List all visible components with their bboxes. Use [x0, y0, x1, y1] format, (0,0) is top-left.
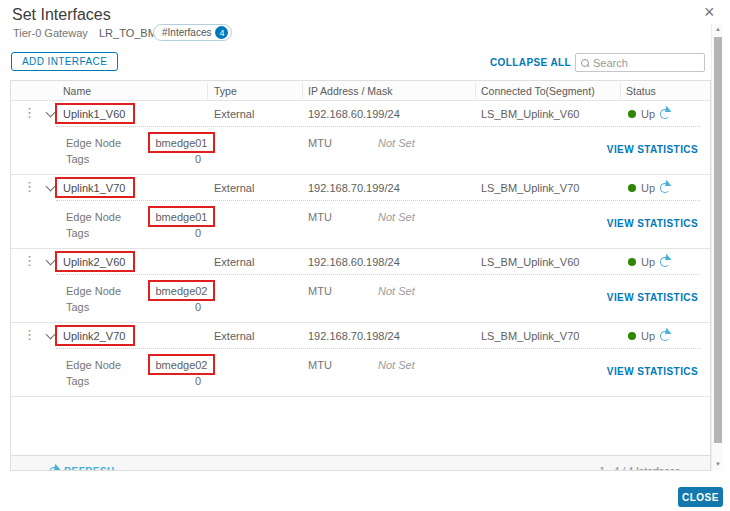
interface-group: ⋮ Uplink1_V70 External 192.168.70.199/24… [11, 175, 710, 249]
interfaces-count-badge: 4 [215, 26, 228, 39]
status-up-dot [628, 332, 636, 340]
annotation-box-edge-node: bmedge01 [148, 206, 215, 227]
table-footer: REFRESH 1 - 4 / 4 Interfaces [11, 455, 710, 470]
tags-label: Tags [66, 301, 89, 313]
refresh-label: REFRESH [64, 466, 115, 470]
interface-group: ⋮ Uplink2_V60 External 192.168.60.198/24… [11, 249, 710, 323]
interface-ip: 192.168.60.199/24 [308, 108, 400, 120]
interface-name: Uplink2_V60 [63, 256, 125, 268]
mtu-label: MTU [308, 359, 332, 371]
interface-row[interactable]: ⋮ Uplink2_V70 External 192.168.70.198/24… [11, 323, 710, 349]
view-statistics-link[interactable]: VIEW STATISTICS [607, 218, 698, 229]
scrollbar-up-arrow[interactable]: ▲ [712, 24, 724, 35]
scrollbar-thumb[interactable] [714, 37, 722, 443]
mtu-value: Not Set [378, 137, 415, 149]
interface-type: External [214, 108, 254, 120]
status-refresh-icon[interactable] [660, 257, 670, 267]
tags-value: 0 [148, 301, 201, 313]
scrollbar-down-arrow[interactable]: ▼ [712, 459, 724, 470]
close-button[interactable]: CLOSE [678, 487, 723, 507]
interface-type: External [214, 330, 254, 342]
status-label: Up [641, 256, 655, 268]
status-label: Up [641, 182, 655, 194]
interface-detail-row: Edge Node bmedge01 Tags 0 MTU Not Set VI… [11, 201, 710, 248]
vertical-scrollbar[interactable]: ▲ ▼ [711, 24, 723, 470]
edge-node-label: Edge Node [66, 285, 121, 297]
interface-row[interactable]: ⋮ Uplink1_V70 External 192.168.70.199/24… [11, 175, 710, 201]
status-label: Up [641, 330, 655, 342]
annotation-box-name: Uplink1_V70 [55, 177, 135, 198]
annotation-box-edge-node: bmedge02 [148, 354, 215, 375]
edge-node-value: bmedge02 [156, 285, 208, 297]
edge-node-label: Edge Node [66, 211, 121, 223]
search-input[interactable] [593, 57, 699, 69]
collapse-all-link[interactable]: COLLAPSE ALL [490, 57, 571, 68]
status-label: Up [641, 108, 655, 120]
interface-segment: LS_BM_Uplink_V70 [481, 330, 579, 342]
mtu-value: Not Set [378, 285, 415, 297]
tags-label: Tags [66, 227, 89, 239]
header-divider [475, 83, 476, 99]
kebab-menu-icon[interactable]: ⋮ [23, 327, 36, 342]
kebab-menu-icon[interactable]: ⋮ [23, 105, 36, 120]
interface-segment: LS_BM_Uplink_V70 [481, 182, 579, 194]
annotation-box-edge-node: bmedge01 [148, 132, 215, 153]
interfaces-count-pill: #Interfaces 4 [153, 24, 232, 41]
column-header-name: Name [63, 85, 91, 97]
interfaces-pill-label: #Interfaces [162, 27, 211, 38]
search-icon [581, 59, 589, 67]
view-statistics-link[interactable]: VIEW STATISTICS [607, 292, 698, 303]
interface-detail-row: Edge Node bmedge02 Tags 0 MTU Not Set VI… [11, 275, 710, 322]
search-box[interactable] [575, 53, 705, 72]
interface-group: ⋮ Uplink1_V60 External 192.168.60.199/24… [11, 101, 710, 175]
refresh-icon [49, 467, 59, 471]
add-interface-button[interactable]: ADD INTERFACE [11, 52, 118, 71]
interface-detail-row: Edge Node bmedge01 Tags 0 MTU Not Set VI… [11, 127, 710, 174]
status-refresh-icon[interactable] [660, 183, 670, 193]
table-header-row: Name Type IP Address / Mask Connected To… [11, 81, 710, 101]
kebab-menu-icon[interactable]: ⋮ [23, 179, 36, 194]
tags-value: 0 [148, 153, 201, 165]
column-header-type: Type [214, 85, 237, 97]
status-refresh-icon[interactable] [660, 109, 670, 119]
interface-detail-row: Edge Node bmedge02 Tags 0 MTU Not Set VI… [11, 349, 710, 396]
interface-name: Uplink2_V70 [63, 330, 125, 342]
status-up-dot [628, 184, 636, 192]
tags-value: 0 [148, 375, 201, 387]
interface-ip: 192.168.60.198/24 [308, 256, 400, 268]
annotation-box-name: Uplink2_V70 [55, 325, 135, 346]
mtu-label: MTU [308, 211, 332, 223]
interface-segment: LS_BM_Uplink_V60 [481, 108, 579, 120]
refresh-link[interactable]: REFRESH [49, 466, 115, 470]
annotation-box-edge-node: bmedge02 [148, 280, 215, 301]
view-statistics-link[interactable]: VIEW STATISTICS [607, 366, 698, 377]
interface-row[interactable]: ⋮ Uplink1_V60 External 192.168.60.199/24… [11, 101, 710, 127]
mtu-label: MTU [308, 285, 332, 297]
mtu-value: Not Set [378, 359, 415, 371]
interface-name: Uplink1_V70 [63, 182, 125, 194]
mtu-label: MTU [308, 137, 332, 149]
pagination-text: 1 - 4 / 4 Interfaces [599, 466, 680, 470]
status-refresh-icon[interactable] [660, 331, 670, 341]
interface-row[interactable]: ⋮ Uplink2_V60 External 192.168.60.198/24… [11, 249, 710, 275]
close-icon[interactable]: × [704, 2, 715, 22]
column-header-ip: IP Address / Mask [308, 85, 392, 97]
column-header-segment: Connected To(Segment) [481, 85, 595, 97]
interface-segment: LS_BM_Uplink_V60 [481, 256, 579, 268]
header-divider [302, 83, 303, 99]
edge-node-value: bmedge02 [156, 359, 208, 371]
interface-type: External [214, 182, 254, 194]
edge-node-label: Edge Node [66, 137, 121, 149]
interface-ip: 192.168.70.198/24 [308, 330, 400, 342]
annotation-box-name: Uplink2_V60 [55, 251, 135, 272]
interface-type: External [214, 256, 254, 268]
tags-label: Tags [66, 375, 89, 387]
view-statistics-link[interactable]: VIEW STATISTICS [607, 144, 698, 155]
status-up-dot [628, 258, 636, 266]
edge-node-value: bmedge01 [156, 211, 208, 223]
tags-value: 0 [148, 227, 201, 239]
kebab-menu-icon[interactable]: ⋮ [23, 253, 36, 268]
tags-label: Tags [66, 153, 89, 165]
interface-group: ⋮ Uplink2_V70 External 192.168.70.198/24… [11, 323, 710, 397]
edge-node-value: bmedge01 [156, 137, 208, 149]
